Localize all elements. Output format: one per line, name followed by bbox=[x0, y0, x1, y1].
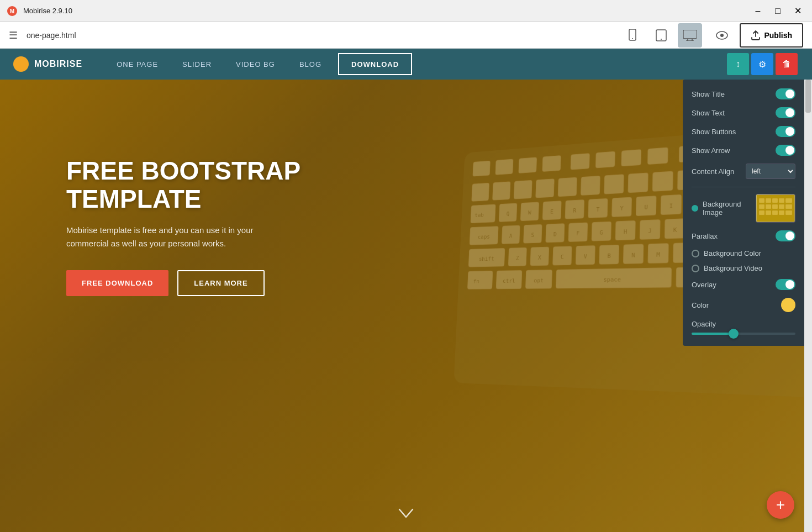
publish-button[interactable]: Publish bbox=[740, 23, 803, 48]
close-button[interactable]: ✕ bbox=[790, 3, 805, 19]
overlay-toggle[interactable] bbox=[776, 279, 795, 290]
svg-rect-126 bbox=[785, 198, 792, 203]
app-icon: M bbox=[7, 6, 18, 17]
show-text-row: Show Text bbox=[692, 107, 795, 118]
title-bar: M Mobirise 2.9.10 – □ ✕ bbox=[0, 0, 812, 22]
svg-point-11 bbox=[720, 34, 724, 37]
nav-actions: ↕ ⚙ 🗑 bbox=[726, 49, 799, 80]
preview-button[interactable] bbox=[711, 24, 733, 46]
settings-panel: Show Title Show Text Show Buttons Show A… bbox=[683, 80, 804, 346]
svg-point-3 bbox=[632, 38, 633, 39]
menu-bar: ☰ one-page.html Publish bbox=[0, 22, 812, 49]
minimize-button[interactable]: – bbox=[750, 3, 766, 19]
parallax-label: Parallax bbox=[692, 232, 771, 240]
show-arrow-toggle[interactable] bbox=[776, 145, 795, 156]
add-section-fab[interactable]: + bbox=[767, 491, 794, 519]
nav-item-blog[interactable]: BLOG bbox=[287, 49, 334, 80]
parallax-toggle[interactable] bbox=[776, 230, 795, 241]
bg-image-dot bbox=[692, 205, 698, 212]
parallax-row: Parallax bbox=[692, 230, 795, 241]
svg-rect-127 bbox=[759, 204, 764, 209]
tablet-device-btn[interactable] bbox=[649, 23, 673, 48]
hero-buttons: FREE DOWNLOAD LEARN MORE bbox=[66, 270, 342, 296]
hero-subtitle: Mobirise template is free and you can us… bbox=[66, 224, 276, 250]
overlay-row: Overlay bbox=[692, 279, 795, 290]
scrollbar-track bbox=[804, 80, 812, 532]
opacity-slider-thumb[interactable] bbox=[729, 329, 739, 339]
delete-section-button[interactable]: 🗑 bbox=[776, 53, 798, 75]
color-label: Color bbox=[692, 301, 781, 309]
background-image-thumb[interactable] bbox=[756, 194, 795, 223]
hero-content: FREE BOOTSTRAP TEMPLATE Mobirise templat… bbox=[66, 157, 342, 296]
nav-item-video-bg[interactable]: VIDEO BG bbox=[224, 49, 287, 80]
show-arrow-label: Show Arrow bbox=[692, 146, 771, 155]
show-buttons-toggle[interactable] bbox=[776, 126, 795, 137]
svg-rect-125 bbox=[779, 198, 784, 203]
content-align-select[interactable]: left center right bbox=[746, 164, 795, 179]
main-area: tab Q W E R T Y U I O P caps A S D F G bbox=[0, 80, 812, 532]
svg-rect-122 bbox=[759, 198, 764, 203]
svg-rect-128 bbox=[766, 204, 771, 209]
show-title-label: Show Title bbox=[692, 90, 771, 98]
window-controls: – □ ✕ bbox=[750, 3, 805, 19]
svg-rect-124 bbox=[772, 198, 778, 203]
hamburger-icon[interactable]: ☰ bbox=[9, 29, 18, 41]
background-color-radio[interactable] bbox=[692, 250, 699, 257]
logo-text: MOBIRISE bbox=[34, 59, 82, 69]
settings-button[interactable]: ⚙ bbox=[751, 53, 773, 75]
content-align-label: Content Align bbox=[692, 167, 741, 176]
show-buttons-label: Show Buttons bbox=[692, 128, 771, 136]
thumb-preview bbox=[756, 194, 795, 222]
maximize-button[interactable]: □ bbox=[770, 3, 785, 19]
publish-label: Publish bbox=[764, 31, 792, 40]
app-nav: MOBIRISE ONE PAGE SLIDER VIDEO BG BLOG D… bbox=[0, 49, 812, 80]
content-align-row: Content Align left center right bbox=[692, 164, 795, 179]
desktop-device-btn[interactable] bbox=[678, 23, 702, 48]
opacity-row: Opacity bbox=[692, 320, 795, 335]
color-swatch[interactable] bbox=[781, 298, 795, 312]
free-download-button[interactable]: FREE DOWNLOAD bbox=[66, 270, 168, 296]
scrollbar-thumb[interactable] bbox=[805, 80, 811, 113]
svg-rect-134 bbox=[772, 210, 778, 215]
background-video-label: Background Video bbox=[704, 264, 762, 272]
show-buttons-row: Show Buttons bbox=[692, 126, 795, 137]
background-video-radio[interactable] bbox=[692, 265, 699, 272]
opacity-slider-track[interactable] bbox=[692, 333, 795, 335]
nav-item-slider[interactable]: SLIDER bbox=[170, 49, 224, 80]
show-title-row: Show Title bbox=[692, 88, 795, 99]
background-color-label: Background Color bbox=[704, 249, 761, 257]
app-logo: MOBIRISE bbox=[13, 56, 82, 72]
device-selector bbox=[620, 23, 702, 48]
move-section-button[interactable]: ↕ bbox=[727, 53, 749, 75]
svg-text:M: M bbox=[10, 8, 14, 14]
scroll-arrow[interactable] bbox=[398, 508, 414, 521]
hero-title: FREE BOOTSTRAP TEMPLATE bbox=[66, 157, 342, 213]
nav-item-download[interactable]: DOWNLOAD bbox=[338, 53, 412, 75]
background-video-row: Background Video bbox=[692, 264, 795, 272]
menu-right: Publish bbox=[711, 23, 803, 48]
filename-label: one-page.html bbox=[27, 31, 611, 40]
svg-rect-130 bbox=[779, 204, 784, 209]
background-color-row: Background Color bbox=[692, 249, 795, 257]
mobile-device-btn[interactable] bbox=[620, 23, 645, 48]
svg-rect-136 bbox=[785, 210, 792, 215]
show-title-toggle[interactable] bbox=[776, 88, 795, 99]
background-image-row: Background Image bbox=[692, 194, 795, 223]
svg-rect-135 bbox=[779, 210, 784, 215]
show-arrow-row: Show Arrow bbox=[692, 145, 795, 156]
background-image-label: Background Image bbox=[703, 200, 751, 217]
svg-rect-123 bbox=[766, 198, 771, 203]
learn-more-button[interactable]: LEARN MORE bbox=[177, 270, 264, 296]
svg-point-5 bbox=[661, 39, 662, 40]
app-title: Mobirise 2.9.10 bbox=[23, 7, 745, 15]
svg-rect-131 bbox=[785, 204, 792, 209]
svg-rect-129 bbox=[772, 204, 778, 209]
logo-circle bbox=[13, 56, 29, 72]
settings-divider-1 bbox=[692, 187, 795, 187]
show-text-toggle[interactable] bbox=[776, 107, 795, 118]
nav-item-one-page[interactable]: ONE PAGE bbox=[104, 49, 170, 80]
overlay-label: Overlay bbox=[692, 281, 771, 289]
nav-items: ONE PAGE SLIDER VIDEO BG BLOG DOWNLOAD bbox=[104, 49, 726, 80]
opacity-label: Opacity bbox=[692, 320, 795, 328]
color-row: Color bbox=[692, 298, 795, 312]
